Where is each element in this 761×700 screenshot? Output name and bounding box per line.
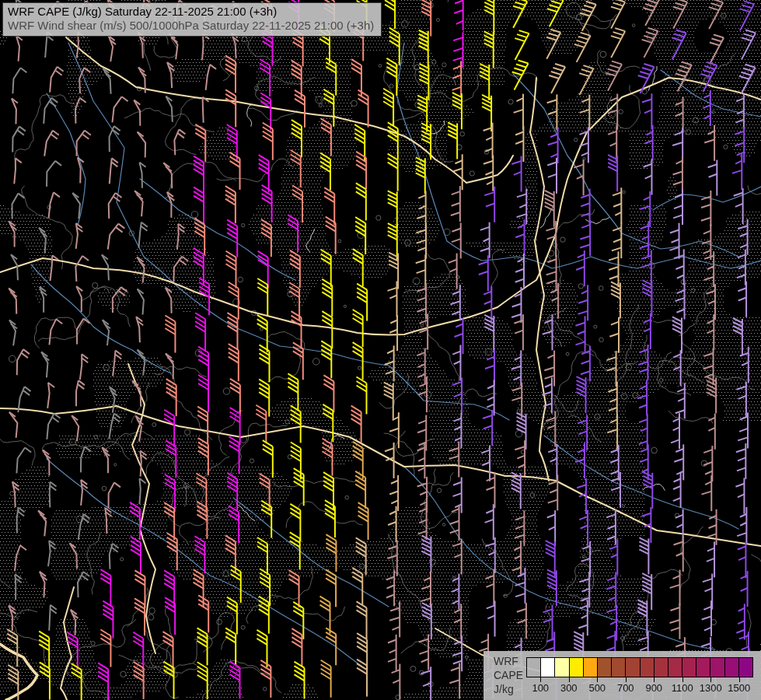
legend-color-cell: [641, 658, 655, 677]
legend-color-cell: [527, 658, 541, 677]
legend-tick-label: 700: [617, 682, 634, 694]
legend-color-cell: [584, 658, 598, 677]
legend-color-cell: [668, 658, 682, 677]
wind-barb-map-canvas: [0, 0, 761, 700]
legend-label-wrf: WRF: [494, 654, 526, 668]
legend-color-cell: [626, 658, 640, 677]
legend-color-cell: [655, 658, 668, 677]
legend-color-cell: [541, 658, 555, 677]
legend-tick-label: 100: [532, 682, 549, 694]
legend-tick-label: 900: [645, 682, 662, 694]
legend-color-cell: [612, 658, 626, 677]
legend-label-block: WRF CAPE J/kg: [494, 654, 526, 700]
legend-color-cell: [696, 658, 710, 677]
legend-color-cell: [739, 658, 752, 677]
legend-label-cape: CAPE: [494, 668, 526, 682]
legend-tick-label: 1300: [700, 682, 722, 694]
map-title-windshear: WRF Wind shear (m/s) 500/1000hPa Saturda…: [8, 19, 374, 33]
legend-colorbar: [526, 657, 753, 677]
weather-map-viewport: WRF CAPE (J/kg) Saturday 22-11-2025 21:0…: [0, 0, 761, 700]
legend-color-cell: [570, 658, 584, 677]
legend-color-cell: [710, 658, 724, 677]
legend-color-cell: [555, 658, 569, 677]
legend-color-cell: [682, 658, 696, 677]
legend-colorbar-area: 100300500700900110013001500: [526, 657, 753, 700]
legend-tick-label: 300: [560, 682, 578, 694]
map-title-box: WRF CAPE (J/kg) Saturday 22-11-2025 21:0…: [2, 2, 382, 37]
cape-legend: WRF CAPE J/kg 10030050070090011001300150…: [483, 651, 761, 700]
legend-label-unit: J/kg: [494, 682, 526, 696]
legend-color-cell: [598, 658, 612, 677]
legend-tick-label: 1100: [672, 682, 693, 694]
map-title-cape: WRF CAPE (J/kg) Saturday 22-11-2025 21:0…: [8, 5, 374, 19]
legend-tick-label: 1500: [728, 682, 750, 694]
legend-tick-label: 500: [588, 682, 606, 694]
legend-color-cell: [725, 658, 739, 677]
